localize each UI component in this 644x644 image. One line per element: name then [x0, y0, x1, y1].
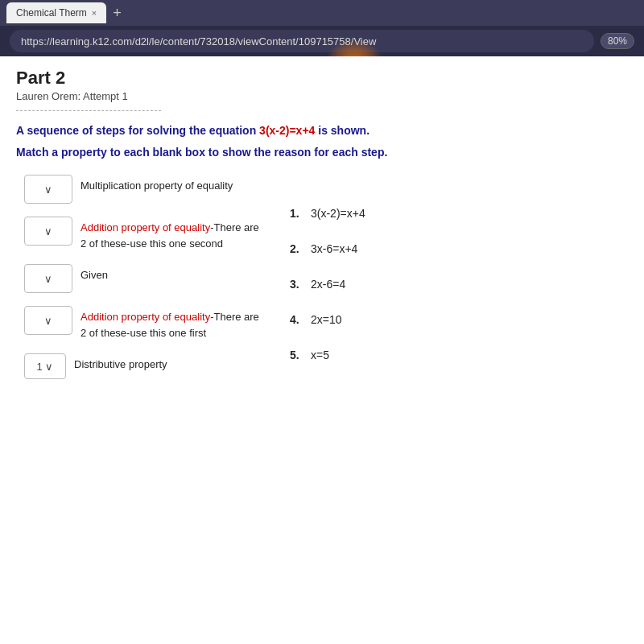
property-0: Multiplication property of equality	[80, 175, 233, 194]
match-row-0: ∨ Multiplication property of equality	[24, 175, 266, 204]
step-row-0: 1. 3(x-2)=x+4	[290, 207, 365, 233]
step-row-3: 4. 2x=10	[290, 313, 365, 339]
right-column: 1. 3(x-2)=x+4 2. 3x-6=x+4 3. 2x-6=4 4. 2…	[290, 175, 365, 379]
property-0-text: Multiplication property of equality	[80, 180, 233, 192]
question-text-after: is shown.	[315, 124, 369, 137]
question-text: A sequence of steps for solving the equa…	[16, 122, 628, 139]
question-text-before: A sequence of steps for solving the equa…	[16, 124, 259, 137]
property-2-text: Given	[80, 269, 108, 281]
step-row-2: 3. 2x-6=4	[290, 278, 365, 303]
address-input[interactable]	[10, 30, 594, 52]
property-1-main: Addition property of equality	[80, 221, 210, 233]
browser-chrome: Chemical Therm × +	[0, 0, 644, 26]
match-row-4: 1 ∨ Distributive property	[24, 353, 266, 379]
dropdown-3[interactable]: ∨	[24, 306, 72, 335]
property-1: Addition property of equality-There are …	[80, 217, 266, 251]
dropdown-4[interactable]: 1 ∨	[24, 353, 66, 379]
tab-close-button[interactable]: ×	[92, 8, 97, 18]
step-equation-1: 3x-6=x+4	[311, 242, 357, 255]
step-equation-2: 2x-6=4	[311, 278, 345, 291]
dropdown-0-value: ∨	[44, 184, 52, 196]
active-tab[interactable]: Chemical Therm ×	[6, 2, 106, 23]
step-number-1: 2.	[290, 242, 304, 255]
divider	[16, 110, 161, 111]
dropdown-3-value: ∨	[44, 315, 52, 327]
page-content: Part 2 Lauren Orem: Attempt 1 A sequence…	[0, 56, 644, 390]
dropdown-0[interactable]: ∨	[24, 175, 72, 204]
dropdown-4-value: 1 ∨	[37, 361, 54, 373]
step-equation-4: x=5	[311, 349, 329, 361]
dropdown-1[interactable]: ∨	[24, 217, 72, 246]
step-number-3: 4.	[290, 313, 304, 326]
address-bar: 80%	[0, 26, 644, 56]
match-row-2: ∨ Given	[24, 264, 266, 293]
tab-bar: Chemical Therm × +	[6, 2, 126, 23]
step-row-1: 2. 3x-6=x+4	[290, 242, 365, 268]
dropdown-2[interactable]: ∨	[24, 264, 72, 293]
dropdown-2-value: ∨	[44, 273, 52, 285]
dropdown-1-value: ∨	[44, 225, 52, 237]
step-number-4: 5.	[290, 349, 304, 361]
property-4-text: Distributive property	[74, 358, 167, 370]
property-2: Given	[80, 264, 108, 283]
step-equation-3: 2x=10	[311, 313, 342, 326]
new-tab-button[interactable]: +	[108, 5, 126, 22]
equation-highlight: 3(x-2)=x+4	[259, 124, 315, 137]
step-number-2: 3.	[290, 278, 304, 291]
page-subtitle: Lauren Orem: Attempt 1	[16, 90, 628, 102]
step-number-0: 1.	[290, 207, 304, 220]
step-row-4: 5. x=5	[290, 349, 365, 374]
left-column: ∨ Multiplication property of equality ∨ …	[24, 175, 266, 379]
match-layout: ∨ Multiplication property of equality ∨ …	[24, 175, 628, 379]
match-row-1: ∨ Addition property of equality-There ar…	[24, 217, 266, 251]
property-4: Distributive property	[74, 353, 167, 373]
step-equation-0: 3(x-2)=x+4	[311, 207, 365, 220]
zoom-badge[interactable]: 80%	[601, 33, 634, 49]
property-3: Addition property of equality-There are …	[80, 306, 266, 341]
page-title: Part 2	[16, 68, 628, 89]
property-3-main: Addition property of equality	[80, 311, 210, 323]
match-row-3: ∨ Addition property of equality-There ar…	[24, 306, 266, 341]
tab-title: Chemical Therm	[16, 7, 87, 19]
instruction-text: Match a property to each blank box to sh…	[16, 146, 628, 159]
